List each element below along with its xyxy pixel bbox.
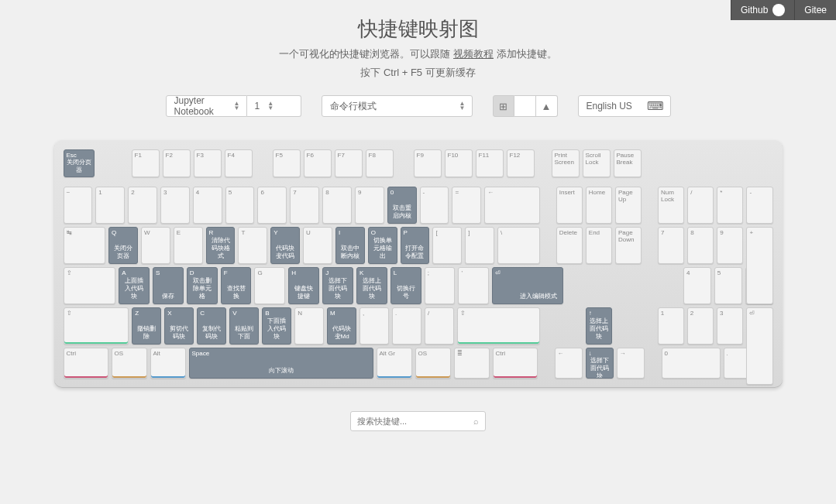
key-menu[interactable]: ≣ xyxy=(454,348,490,379)
key-u[interactable]: U xyxy=(303,227,332,264)
key-period[interactable]: . xyxy=(392,307,421,345)
key-8[interactable]: 8 xyxy=(322,187,352,224)
tutorial-link[interactable]: 视频教程 xyxy=(453,48,494,60)
key-h[interactable]: H键盘快捷键 xyxy=(288,267,319,304)
key-numpad-subtract[interactable]: - xyxy=(746,187,772,224)
key-f5[interactable]: F5 xyxy=(273,149,301,177)
key-9[interactable]: 9 xyxy=(355,187,384,224)
key-2[interactable]: 2 xyxy=(128,187,157,224)
key-numpad-3[interactable]: 3 xyxy=(717,307,743,345)
key-numpad-7[interactable]: 7 xyxy=(658,227,684,264)
key-semicolon[interactable]: ; xyxy=(425,267,456,304)
key-5[interactable]: 5 xyxy=(225,187,255,224)
key-q[interactable]: Q关闭分页器 xyxy=(108,227,138,264)
key-home[interactable]: Home xyxy=(586,187,612,224)
key-leftbracket[interactable]: [ xyxy=(432,227,462,264)
key-numpad-0[interactable]: 0 xyxy=(662,348,721,379)
key-pause[interactable]: Pause Break xyxy=(614,149,642,177)
mode-select[interactable]: 命令行模式▲▼ xyxy=(322,95,473,117)
key-minus[interactable]: - xyxy=(420,187,449,224)
key-enter[interactable]: ⏎进入编辑模式 xyxy=(492,267,563,304)
key-esc[interactable]: Esc关闭分页器 xyxy=(64,149,95,177)
key-4[interactable]: 4 xyxy=(193,187,222,224)
key-numpad-enter[interactable]: ⏎ xyxy=(746,307,772,385)
key-6[interactable]: 6 xyxy=(257,187,287,224)
key-numpad-5[interactable]: 5 xyxy=(714,267,742,304)
layout-select[interactable]: English US⌨ xyxy=(578,95,671,117)
key-g[interactable]: G xyxy=(254,267,285,304)
key-f7[interactable]: F7 xyxy=(335,149,363,177)
key-rightbracket[interactable]: ] xyxy=(465,227,494,264)
github-link[interactable]: Github xyxy=(731,0,794,20)
app-select[interactable]: Jupyter Notebook▲▼ xyxy=(166,95,247,117)
key-leftctrl[interactable]: Ctrl xyxy=(64,348,108,379)
key-leftos[interactable]: OS xyxy=(112,348,147,379)
key-p[interactable]: P打开命令配置 xyxy=(401,227,430,264)
key-scrolllock[interactable]: Scroll Lock xyxy=(583,149,611,177)
os-mac-button[interactable] xyxy=(514,95,536,117)
version-select[interactable]: 1▲▼ xyxy=(247,95,301,117)
key-l[interactable]: L切换行号 xyxy=(390,267,421,304)
key-o[interactable]: O切换单元格输出 xyxy=(368,227,397,264)
key-b[interactable]: B下面插入代码块 xyxy=(262,307,291,345)
key-f9[interactable]: F9 xyxy=(414,149,442,177)
key-equal[interactable]: = xyxy=(452,187,481,224)
key-numpad-2[interactable]: 2 xyxy=(687,307,714,345)
key-altgr[interactable]: Alt Gr xyxy=(377,348,412,379)
key-r[interactable]: R清除代码块格式 xyxy=(206,227,236,264)
key-7[interactable]: 7 xyxy=(290,187,319,224)
search-input-wrap[interactable]: ⌕ xyxy=(350,411,486,431)
key-pageup[interactable]: Page Up xyxy=(615,187,642,224)
key-t[interactable]: T xyxy=(238,227,267,264)
key-numpad-4[interactable]: 4 xyxy=(683,267,711,304)
key-f11[interactable]: F11 xyxy=(476,149,504,177)
key-m[interactable]: M代码块变Md xyxy=(327,307,356,345)
key-left[interactable]: ← xyxy=(555,348,583,379)
key-0[interactable]: 0双击重启内核 xyxy=(387,187,417,224)
key-capslock[interactable]: ⇪ xyxy=(64,267,116,304)
key-rightos[interactable]: OS xyxy=(415,348,451,379)
key-e[interactable]: E xyxy=(174,227,203,264)
key-a[interactable]: A上面插入代码块 xyxy=(119,267,150,304)
key-3[interactable]: 3 xyxy=(160,187,190,224)
key-f4[interactable]: F4 xyxy=(225,149,253,177)
key-numpad-8[interactable]: 8 xyxy=(687,227,714,264)
key-n[interactable]: N xyxy=(294,307,324,345)
key-f12[interactable]: F12 xyxy=(507,149,535,177)
key-f8[interactable]: F8 xyxy=(366,149,394,177)
key-quote[interactable]: ' xyxy=(458,267,489,304)
key-numpad-add[interactable]: + xyxy=(746,227,772,304)
key-f3[interactable]: F3 xyxy=(194,149,222,177)
key-insert[interactable]: Insert xyxy=(556,187,583,224)
key-tab[interactable]: ↹ xyxy=(64,227,106,264)
key-k[interactable]: K选择上面代码块 xyxy=(356,267,387,304)
key-f2[interactable]: F2 xyxy=(163,149,191,177)
key-printscreen[interactable]: Print Screen xyxy=(552,149,580,177)
key-f6[interactable]: F6 xyxy=(304,149,332,177)
key-end[interactable]: End xyxy=(586,227,612,264)
key-space[interactable]: Space向下滚动 xyxy=(189,348,373,379)
key-d[interactable]: D双击删除单元格 xyxy=(187,267,218,304)
key-rightshift[interactable]: ⇧ xyxy=(457,307,540,345)
key-tilde[interactable]: ~ xyxy=(64,187,93,224)
key-numpad-multiply[interactable]: * xyxy=(717,187,743,224)
key-c[interactable]: C复制代码块 xyxy=(197,307,226,345)
key-f[interactable]: F查找替换 xyxy=(221,267,252,304)
os-linux-button[interactable]: ▲ xyxy=(536,95,558,117)
key-backslash[interactable]: \ xyxy=(497,227,540,264)
key-delete[interactable]: Delete xyxy=(556,227,583,264)
key-up[interactable]: ↑选择上面代码块 xyxy=(586,307,612,345)
key-y[interactable]: Y代码块变代码 xyxy=(270,227,300,264)
key-comma[interactable]: , xyxy=(360,307,389,345)
key-leftshift[interactable]: ⇧ xyxy=(64,307,129,345)
os-windows-button[interactable]: ⊞ xyxy=(493,95,514,117)
key-1[interactable]: 1 xyxy=(95,187,125,224)
key-z[interactable]: Z撤销删除 xyxy=(132,307,161,345)
key-down[interactable]: ↓选择下面代码块 xyxy=(586,348,614,379)
key-pagedown[interactable]: Page Down xyxy=(615,227,642,264)
key-numpad-divide[interactable]: / xyxy=(687,187,714,224)
key-j[interactable]: J选择下面代码块 xyxy=(322,267,353,304)
gitee-link[interactable]: Gitee xyxy=(794,0,836,20)
search-input[interactable] xyxy=(357,417,473,426)
key-right[interactable]: → xyxy=(617,348,645,379)
